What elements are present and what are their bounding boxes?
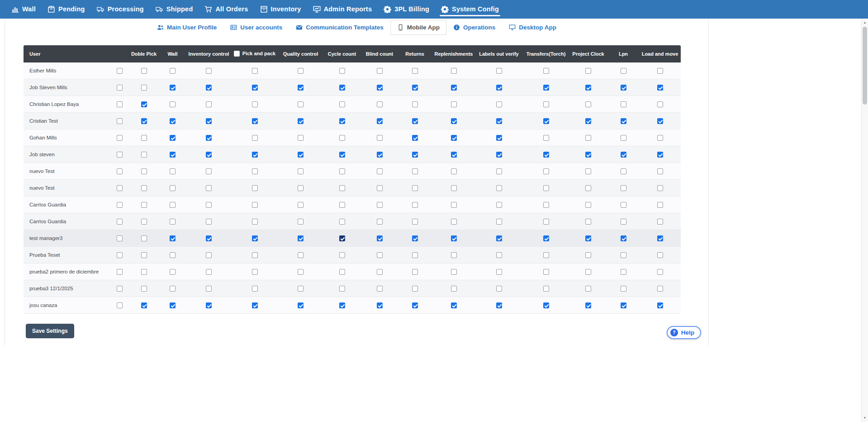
checkbox-project-clock[interactable] [585,269,591,275]
checkbox-replenishments[interactable] [451,252,457,258]
checkbox-cycle-count[interactable] [339,68,345,74]
checkbox-labels-out-verify[interactable] [496,118,502,124]
checkbox-labels-out-verify[interactable] [496,302,502,308]
checkbox-inventory-control[interactable] [206,269,212,275]
checkbox-cycle-count[interactable] [339,101,345,107]
checkbox-replenishments[interactable] [451,68,457,74]
checkbox-cycle-count[interactable] [339,286,345,292]
checkbox-blind-count[interactable] [377,202,383,208]
checkbox-load-and-move[interactable] [657,68,663,74]
checkbox-inventory-control[interactable] [206,302,212,308]
checkbox-quality-control[interactable] [298,219,304,225]
checkbox-returns[interactable] [412,168,418,174]
checkbox-doble-pick[interactable] [141,168,147,174]
checkbox-pick-and-pack[interactable] [252,118,258,124]
checkbox-row-select[interactable] [117,185,123,191]
checkbox-pick-and-pack[interactable] [252,85,258,91]
checkbox-returns[interactable] [412,269,418,275]
checkbox-replenishments[interactable] [451,85,457,91]
checkbox-lpn[interactable] [621,152,626,158]
checkbox-quality-control[interactable] [298,286,304,292]
checkbox-inventory-control[interactable] [206,118,212,124]
checkbox-replenishments[interactable] [451,219,457,225]
checkbox-inventory-control[interactable] [206,85,212,91]
checkbox-load-and-move[interactable] [657,252,663,258]
checkbox-blind-count[interactable] [377,302,383,308]
checkbox-row-select[interactable] [117,152,123,158]
checkbox-pick-and-pack[interactable] [252,219,258,225]
checkbox-replenishments[interactable] [451,101,457,107]
checkbox-quality-control[interactable] [298,118,304,124]
checkbox-project-clock[interactable] [585,152,591,158]
checkbox-returns[interactable] [412,185,418,191]
scroll-down-arrow[interactable]: ▼ [862,415,868,421]
nav-item-admin-reports[interactable]: Admin Reports [307,0,378,18]
checkbox-project-clock[interactable] [585,68,591,74]
checkbox-labels-out-verify[interactable] [496,219,502,225]
checkbox-pick-and-pack[interactable] [252,286,258,292]
nav-item-all-orders[interactable]: All Orders [199,0,254,18]
checkbox-inventory-control[interactable] [206,185,212,191]
checkbox-blind-count[interactable] [377,118,383,124]
checkbox-quality-control[interactable] [298,152,304,158]
checkbox-replenishments[interactable] [451,286,457,292]
checkbox-load-and-move[interactable] [657,152,663,158]
checkbox-lpn[interactable] [621,85,626,91]
checkbox-blind-count[interactable] [377,135,383,141]
checkbox-quality-control[interactable] [298,68,304,74]
checkbox-doble-pick[interactable] [141,219,147,225]
checkbox-pick-and-pack[interactable] [252,202,258,208]
checkbox-replenishments[interactable] [451,185,457,191]
checkbox-wall[interactable] [170,168,175,174]
checkbox-returns[interactable] [412,135,418,141]
tab-user-accounts[interactable]: User accounts [223,20,289,35]
checkbox-project-clock[interactable] [585,235,591,241]
checkbox-quality-control[interactable] [298,185,304,191]
checkbox-load-and-move[interactable] [657,85,663,91]
checkbox-blind-count[interactable] [377,235,383,241]
checkbox-cycle-count[interactable] [339,235,345,241]
checkbox-lpn[interactable] [621,135,626,141]
checkbox-load-and-move[interactable] [657,302,663,308]
checkbox-wall[interactable] [170,118,175,124]
checkbox-doble-pick[interactable] [141,302,147,308]
checkbox-lpn[interactable] [621,202,626,208]
checkbox-wall[interactable] [170,202,175,208]
checkbox-lpn[interactable] [621,168,626,174]
checkbox-transfers-torch[interactable] [543,219,549,225]
checkbox-cycle-count[interactable] [339,219,345,225]
nav-item-pending[interactable]: Pending [42,0,91,18]
checkbox-wall[interactable] [170,101,175,107]
checkbox-transfers-torch[interactable] [543,302,549,308]
checkbox-pick-and-pack[interactable] [252,135,258,141]
nav-item-processing[interactable]: Processing [91,0,150,18]
checkbox-wall[interactable] [170,235,175,241]
checkbox-quality-control[interactable] [298,302,304,308]
checkbox-pick-and-pack[interactable] [252,68,258,74]
checkbox-doble-pick[interactable] [141,118,147,124]
scrollbar-thumb[interactable] [863,27,867,105]
checkbox-row-select[interactable] [117,168,123,174]
checkbox-cycle-count[interactable] [339,202,345,208]
checkbox-labels-out-verify[interactable] [496,85,502,91]
checkbox-wall[interactable] [170,85,175,91]
checkbox-blind-count[interactable] [377,101,383,107]
checkbox-project-clock[interactable] [585,101,591,107]
checkbox-project-clock[interactable] [585,135,591,141]
checkbox-blind-count[interactable] [377,286,383,292]
checkbox-lpn[interactable] [621,68,626,74]
checkbox-pick-and-pack[interactable] [252,235,258,241]
checkbox-doble-pick[interactable] [141,269,147,275]
checkbox-cycle-count[interactable] [339,135,345,141]
checkbox-lpn[interactable] [621,219,626,225]
checkbox-doble-pick[interactable] [141,135,147,141]
checkbox-load-and-move[interactable] [657,118,663,124]
checkbox-pick-and-pack[interactable] [252,152,258,158]
checkbox-inventory-control[interactable] [206,219,212,225]
save-settings-button[interactable]: Save Settings [26,324,74,338]
checkbox-row-select[interactable] [117,202,123,208]
checkbox-row-select[interactable] [117,252,123,258]
vertical-scrollbar[interactable]: ▲ ▼ [861,19,868,422]
checkbox-row-select[interactable] [117,118,123,124]
checkbox-transfers-torch[interactable] [543,235,549,241]
